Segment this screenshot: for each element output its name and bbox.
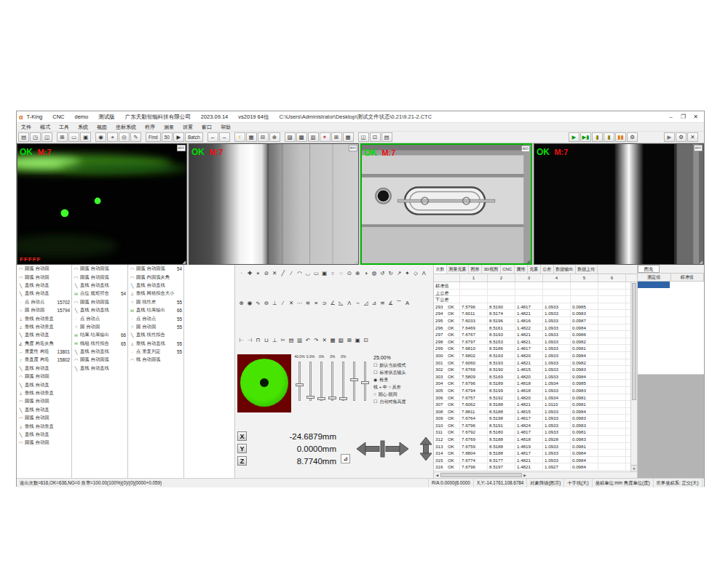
tee-left-tool-icon[interactable]: ⊢ (237, 336, 245, 344)
menu-item-视图[interactable]: 视图 (92, 124, 111, 131)
horizontal-scrollbar[interactable]: ◀ ▶ (434, 471, 637, 478)
point-tool-icon[interactable]: · (237, 269, 245, 277)
scroll-thumb[interactable] (440, 473, 522, 477)
measure-item[interactable]: ◠圆弧自动圆 (17, 372, 71, 380)
congruent-tool-icon[interactable]: ≌ (379, 299, 387, 307)
light-slider[interactable] (338, 360, 349, 402)
light-slider[interactable] (305, 360, 316, 402)
scroll-left-icon[interactable]: ◀ (434, 474, 440, 477)
cup-tool-icon[interactable]: ⊔ (262, 336, 270, 344)
delete-tool-icon[interactable]: ✕ (320, 336, 328, 344)
table-tab-图形[interactable]: 图形 (469, 265, 482, 274)
horizontal-jog-icon[interactable] (356, 438, 410, 460)
vertical-scrollbar[interactable]: ▼ (630, 282, 637, 471)
slider-handle[interactable] (296, 383, 304, 386)
target-icon[interactable]: ⌖ (107, 132, 118, 142)
menu-item-文件[interactable]: 文件 (17, 124, 36, 131)
selected-value-bar[interactable] (638, 282, 670, 288)
folder-icon[interactable]: ▤ (381, 132, 392, 142)
measure-item[interactable]: ◠圆弧自动圆弧 (72, 265, 127, 273)
subset-tool-icon[interactable]: ⊃ (320, 299, 328, 307)
measured-angle-tool-icon[interactable]: ∡ (387, 299, 395, 307)
table-row[interactable]: 296OK7.64698.51611.48221.09330.0984 (434, 324, 630, 332)
measure-item[interactable]: ╲直线自动直 (17, 431, 71, 439)
crosshair-tool-icon[interactable]: ⌖ (254, 269, 262, 277)
measure-item[interactable]: ⊥垂线自动垂直 (17, 422, 71, 430)
mark1-button[interactable]: ▮ (592, 132, 603, 142)
camera-option[interactable]: ☐默认当前模式 (373, 362, 431, 369)
measure-item[interactable]: ◠圆弧自动圆 (17, 439, 71, 447)
grid2-icon[interactable]: ⊞ (331, 132, 342, 142)
cut-icon[interactable]: ✕ (687, 132, 698, 142)
table-row[interactable]: 297OK7.67678.51931.48211.09330.0986 (434, 331, 630, 338)
triple-wave-tool-icon[interactable]: ≋ (304, 299, 312, 307)
measure-item[interactable]: ·点自动点15702 (17, 298, 71, 306)
table-tab-公差[interactable]: 公差 (541, 265, 554, 274)
table-special-row[interactable]: 上公差 (434, 290, 630, 297)
camera-view-4[interactable]: OK M:7 ⊟⊡ ◢ (534, 143, 704, 265)
table-tab-数据上传[interactable]: 数据上传 (576, 265, 598, 274)
vector-tool-icon[interactable]: ↗ (395, 269, 403, 277)
batch-button[interactable]: Batch (185, 132, 203, 142)
measure-item[interactable]: ◠圆弧自动圆 (17, 265, 71, 273)
measure-item[interactable]: ○圆自动圆55 (128, 323, 183, 331)
rotate-ccw-tool-icon[interactable]: ↺ (379, 269, 387, 277)
diamond-tool-icon[interactable]: ◇ (411, 269, 419, 277)
table-row[interactable]: 295OK7.60338.51961.48161.09330.0987 (434, 317, 630, 324)
cap-tool-icon[interactable]: ⊓ (254, 336, 262, 344)
menu-item-设置[interactable]: 设置 (178, 124, 197, 131)
table-tab-元素[interactable]: 元素 (528, 265, 541, 274)
line-tool-icon[interactable]: ╱ (279, 269, 287, 277)
table-row[interactable]: 299OK7.68108.51861.48171.09330.0981 (434, 345, 630, 352)
tee-right-tool-icon[interactable]: ⊣ (245, 336, 253, 344)
speed-button[interactable]: 50 (162, 132, 173, 142)
camera-controls[interactable]: ⊟⊡ (521, 146, 530, 152)
table-row[interactable]: 305OK7.67948.51991.48181.09330.0983 (434, 387, 630, 394)
camera-view-2[interactable]: OK M:7 ⊟⊡ ◢ (189, 143, 359, 265)
camera-view-1[interactable]: OK M:7 ⊟⊡ FFFFF ◢ (17, 143, 187, 265)
measure-item[interactable]: ◠圆弧自动圆 (17, 273, 71, 281)
measure-item[interactable]: ↔重复性构造13801 (17, 348, 71, 356)
play-button[interactable]: ▶ (569, 132, 579, 142)
pause-button[interactable]: ▮▮ (615, 132, 626, 142)
measure-item[interactable]: ·点重复判定55 (128, 348, 183, 356)
maximize-button[interactable]: ❐ (677, 112, 689, 121)
output-tool-icon[interactable]: ⊡ (362, 336, 370, 344)
menu-item-测量[interactable]: 测量 (159, 124, 178, 131)
angle-tool-icon[interactable]: ∠ (328, 299, 336, 307)
tab-element[interactable]: 图元 (638, 265, 660, 273)
new-file-icon[interactable]: ▤ (18, 132, 29, 142)
camera-option[interactable]: 线 + 中 ○ 反差 (373, 383, 431, 391)
dashed-circle-tool-icon[interactable]: ◌ (337, 269, 345, 277)
light-slider[interactable] (360, 360, 371, 402)
minimize-button[interactable]: – (665, 112, 677, 121)
menu-item-帮助[interactable]: 帮助 (216, 124, 235, 131)
measure-item[interactable]: H线组线性拟合65 (72, 340, 127, 348)
measure-item[interactable]: ◠圆弧自动圆弧 (72, 356, 127, 364)
corner-tool-icon[interactable]: ¬ (353, 299, 361, 307)
measure-item[interactable]: ⊥垂线自动垂直 (17, 389, 71, 397)
mark2-button[interactable]: ▮ (604, 132, 614, 142)
table-row[interactable]: 303OK7.58098.51691.48201.09330.0984 (434, 373, 630, 380)
table-row[interactable]: 311OK7.67928.51801.48171.09330.0981 (434, 428, 630, 436)
circle-plus-tool-icon[interactable]: ⊕ (237, 299, 245, 307)
cut-tool-icon[interactable]: ✂ (279, 336, 287, 344)
star-icon[interactable]: ✶ (320, 132, 331, 142)
table-tab-属性[interactable]: 属性 (515, 265, 528, 274)
measure-item[interactable]: ╲直线自动直 (17, 282, 71, 290)
chord-tool-icon[interactable]: ⌒ (395, 299, 403, 307)
parallel-tool-icon[interactable]: ≡ (312, 299, 320, 307)
table-row[interactable]: 304OK7.67968.51891.48181.09340.0985 (434, 380, 630, 387)
intersect-tool-icon[interactable]: ✕ (271, 269, 279, 277)
close-button[interactable]: ✕ (689, 112, 702, 121)
slider-handle[interactable] (350, 378, 358, 381)
pen-icon[interactable]: ✎ (130, 132, 141, 142)
table-tab-测量元素[interactable]: 测量元素 (447, 265, 469, 274)
diag-grid-tool-icon[interactable]: ▧ (337, 336, 345, 344)
find-button[interactable]: Find (146, 132, 161, 142)
ruler-icon[interactable]: ▭ (68, 132, 79, 142)
camera-controls[interactable]: ⊟⊡ (694, 145, 703, 151)
arrow-right-icon[interactable]: → (219, 132, 230, 142)
undo-tool-icon[interactable]: ↶ (304, 336, 312, 344)
measure-item[interactable]: ◠圆弧自动圆弧54 (128, 265, 183, 273)
